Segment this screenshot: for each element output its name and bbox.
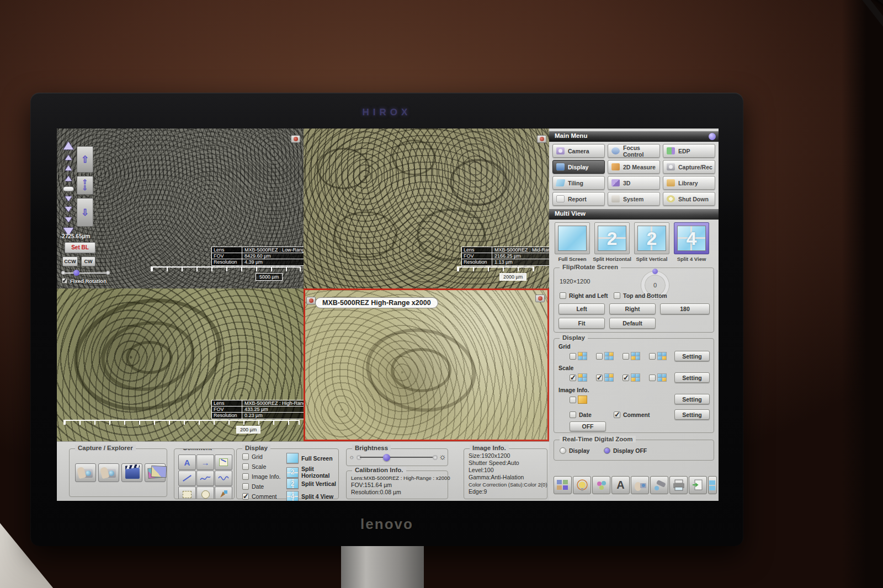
fit-button[interactable]: Fit (558, 318, 605, 329)
menu-library[interactable]: Library (663, 176, 715, 190)
capture-save-button[interactable] (98, 463, 119, 482)
grid-q4-checkbox[interactable] (649, 353, 656, 360)
comment-line-button[interactable] (178, 471, 196, 486)
rotate-right-button[interactable]: Right (609, 303, 656, 314)
grid-checkbox[interactable] (242, 453, 249, 460)
fixed-rotation-option[interactable]: Fixed Rotation (61, 277, 107, 284)
thumbnails-tool-button[interactable] (554, 476, 572, 494)
comment-checkbox[interactable] (242, 493, 249, 500)
rotation-slider[interactable] (61, 271, 110, 275)
datetime-setting-button[interactable]: Setting (674, 409, 710, 420)
viewport-high-range-2000-selected[interactable]: MXB-5000REZ High-Range x2000 (304, 288, 549, 441)
viewport-high-range-700[interactable]: LensMXB-5000REZ : High-Range : x700 FOV4… (57, 288, 304, 441)
viewport-low-range[interactable]: ⇧ ⇧⇩ ⇩ -2725.65µm Set BL CCW CW (57, 129, 304, 288)
export-tool-button[interactable] (689, 476, 707, 494)
comment-circle-button[interactable] (196, 487, 214, 499)
view-full-screen[interactable]: Full Screen (286, 453, 333, 463)
scale-q4-checkbox[interactable] (649, 375, 656, 381)
text-tool-button[interactable]: A (611, 476, 630, 494)
view-split-horizontal[interactable]: 2Split Horizontal (286, 466, 338, 479)
multi-view-split-vertical[interactable]: 2 (634, 222, 669, 254)
split-vertical-icon[interactable]: 2 (286, 478, 299, 489)
print-tool-button[interactable] (669, 476, 688, 494)
date-checkbox[interactable] (570, 411, 576, 418)
image-info-checkbox[interactable] (570, 397, 576, 403)
split-4-view-icon[interactable]: 4 (286, 491, 299, 501)
menu-capture-rec[interactable]: Capture/Rec (663, 160, 715, 174)
set-bl-button[interactable]: Set BL (65, 242, 95, 253)
flashlight-tool-button[interactable] (650, 476, 668, 494)
multi-view-split-4[interactable]: 4 (674, 222, 709, 254)
viewport-mid-range[interactable]: LensMXB-5000REZ : Mid-Range : x140 FOV21… (304, 129, 549, 288)
ccw-button[interactable]: CCW (62, 256, 78, 266)
top-bottom-checkbox[interactable] (614, 292, 620, 299)
default-button[interactable]: Default (609, 318, 656, 329)
menu-2d-measure[interactable]: 2D Measure (608, 160, 660, 174)
grid-setting-button[interactable]: Setting (674, 351, 710, 361)
z-down-icon[interactable] (65, 196, 72, 201)
off-button[interactable]: OFF (570, 421, 606, 431)
image-info-checkbox[interactable] (242, 473, 249, 480)
multi-view-full-screen[interactable] (555, 222, 590, 254)
z-up-icon[interactable] (65, 176, 72, 181)
date-checkbox[interactable] (242, 483, 249, 490)
comment-region-button[interactable] (178, 487, 196, 499)
display-radio[interactable] (560, 447, 566, 454)
menu-edp[interactable]: EDP (663, 144, 715, 158)
z-jog-strip[interactable] (62, 142, 75, 236)
comment-stamp-button[interactable] (215, 487, 232, 499)
fixed-rotation-checkbox[interactable] (62, 278, 67, 284)
view-split-4[interactable]: 4Split 4 View (286, 491, 333, 501)
z-step-button[interactable]: ⇧⇩ (77, 176, 93, 195)
explorer-gallery-button[interactable] (145, 463, 166, 482)
rotation-slider-thumb[interactable] (73, 270, 79, 276)
display-off-radio[interactable] (604, 447, 610, 454)
z-down-icon[interactable] (65, 217, 72, 222)
menu-system[interactable]: System (608, 192, 660, 206)
z-move-up-button[interactable]: ⇧ (77, 146, 93, 173)
comment-option[interactable]: Comment (614, 411, 650, 418)
image-info-setting-button[interactable]: Setting (674, 394, 710, 404)
view-split-vertical[interactable]: 2Split Vertical (286, 478, 336, 489)
menu-camera[interactable]: Camera (552, 144, 605, 158)
date-option[interactable]: Date (570, 411, 592, 418)
comment-checkbox[interactable] (614, 411, 620, 418)
zoom-display-option[interactable]: Display (560, 447, 589, 454)
grid-q3-checkbox[interactable] (623, 353, 629, 360)
z-down-icon[interactable] (65, 207, 72, 212)
capture-camera-icon[interactable] (537, 135, 546, 143)
record-video-button[interactable] (121, 463, 142, 482)
z-slider-knob[interactable] (63, 186, 74, 191)
image-info-option[interactable]: Image Info. (242, 473, 281, 480)
multi-window-tool-button[interactable] (708, 476, 717, 494)
lamp-tool-button[interactable] (573, 476, 591, 494)
capture-camera-icon[interactable] (535, 295, 545, 302)
scale-q3-checkbox[interactable] (623, 375, 629, 381)
flip-top-bottom-option[interactable]: Top and Bottom (614, 292, 667, 299)
capture-image-button[interactable] (75, 463, 96, 482)
brightness-track[interactable] (360, 457, 434, 458)
menu-shut-down[interactable]: Shut Down (663, 192, 715, 206)
menu-3d[interactable]: 3D (608, 176, 660, 190)
grid-q2-checkbox[interactable] (596, 353, 603, 360)
palette-tool-button[interactable] (592, 476, 610, 494)
comment-note-button[interactable] (215, 455, 232, 470)
split-horizontal-icon[interactable]: 2 (286, 467, 299, 478)
capture-tool-button[interactable] (631, 476, 649, 494)
comment-arrow-button[interactable]: → (196, 455, 214, 470)
rotate-left-button[interactable]: Left (558, 303, 605, 314)
flip-right-left-option[interactable]: Right and Left (560, 292, 608, 299)
menu-tiling[interactable]: Tiling (552, 176, 605, 190)
cw-button[interactable]: CW (81, 256, 95, 266)
z-up-icon[interactable] (65, 165, 72, 170)
full-screen-icon[interactable] (286, 453, 299, 463)
multi-view-split-horizontal[interactable]: 2 (594, 222, 630, 254)
z-up-fast-icon[interactable] (63, 142, 73, 149)
help-orb-icon[interactable] (709, 133, 716, 140)
grid-option[interactable]: Grid (242, 453, 263, 460)
menu-display[interactable]: Display (552, 160, 605, 174)
zoom-display-off-option[interactable]: Display OFF (604, 447, 647, 454)
scale-checkbox[interactable] (242, 463, 249, 470)
date-option[interactable]: Date (242, 483, 264, 490)
comment-option[interactable]: Comment (242, 493, 277, 500)
